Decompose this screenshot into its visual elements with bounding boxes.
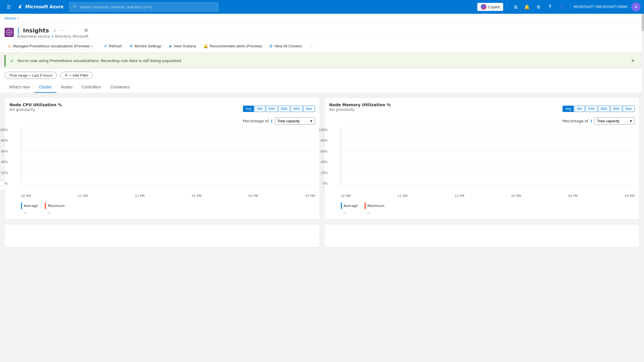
add-filter-button[interactable]: ✛ + Add Filter [60, 72, 93, 79]
search-bar[interactable]: 🔍 [69, 2, 218, 11]
breadcrumb: Home › [0, 14, 644, 23]
refresh-icon: ↺ [104, 44, 107, 48]
view-grafana-button[interactable]: ◈ View Grafana [166, 42, 199, 50]
chart-card-3 [5, 224, 320, 247]
copilot-button[interactable]: Copilot [477, 3, 503, 11]
memory-percentage-label: Percentage of ℹ [563, 119, 592, 123]
memory-95th-button[interactable]: 95th [610, 106, 622, 112]
service-type-label: Kubernetes service [17, 34, 50, 38]
tab-nodes[interactable]: Nodes [56, 82, 77, 93]
favorite-button[interactable]: ☆ [51, 27, 58, 34]
memory-x-axis: 10 AM 11 AM 12 PM 01 PM 02 PM 03 PM [341, 194, 635, 198]
sidebar-toggle[interactable]: › [0, 181, 5, 190]
page-subtitle: Kubernetes service ℹ Directory: Microsof… [17, 34, 88, 38]
grid-line-80 [21, 140, 315, 140]
main-content: Node CPU Utilization % 4m granularity Av… [0, 93, 644, 362]
tab-containers[interactable]: Containers [106, 82, 134, 93]
refresh-button[interactable]: ↺ Refresh [101, 42, 125, 50]
nav-divider-2 [570, 3, 570, 10]
settings-button[interactable]: ⚙ [533, 2, 544, 12]
tab-whats-new[interactable]: What's new [5, 82, 34, 93]
cpu-chart-controls: Node CPU Utilization % 4m granularity Av… [9, 102, 315, 115]
cpu-min-button[interactable]: Min [254, 106, 265, 112]
charts-row: Node CPU Utilization % 4m granularity Av… [5, 98, 639, 220]
notifications-button[interactable]: 🔔 [522, 2, 532, 12]
memory-info-icon: ℹ [591, 119, 592, 123]
dropdown-arrow-icon: ▾ [91, 44, 93, 48]
breadcrumb-separator: › [17, 16, 19, 20]
cpu-90th-button[interactable]: 90th [278, 106, 290, 112]
cpu-maximum-legend: Maximum -- [45, 202, 65, 215]
mem-grid-80 [341, 140, 635, 140]
breadcrumb-home[interactable]: Home [5, 16, 15, 20]
cpu-chart-wrapper: 100% 80% 60% 40% 20% 0% [9, 128, 315, 185]
memory-max-button[interactable]: Max [623, 106, 635, 112]
mem-grid-20 [341, 174, 635, 174]
more-toolbar-button[interactable]: ··· [306, 42, 316, 50]
user-label[interactable]: MICROSOFT (MICROSOFT.ONMI... [574, 5, 630, 9]
help-button[interactable]: ? [545, 2, 555, 12]
more-options-button[interactable]: ··· [60, 27, 66, 34]
alert-close-button[interactable]: ✕ [631, 58, 635, 63]
portal-menu-button[interactable]: ⊞ [510, 2, 521, 12]
scrollbar-track [642, 14, 644, 362]
cpu-avg-button[interactable]: Avg [243, 106, 254, 112]
nav-divider [507, 3, 507, 10]
tabs-bar: What's new Cluster Nodes Controllers Con… [0, 82, 644, 93]
close-button[interactable]: ✕ [84, 27, 88, 34]
page-title: Insights [23, 27, 49, 34]
memory-90th-button[interactable]: 90th [598, 106, 610, 112]
search-icon: 🔍 [73, 5, 77, 9]
memory-chart-granularity: 4m granularity [329, 108, 391, 112]
monitor-settings-button[interactable]: ⚙ Monitor Settings [126, 42, 165, 50]
cpu-max-button[interactable]: Max [303, 106, 315, 112]
memory-chart-card: Node Memory Utilization % 4m granularity… [324, 98, 640, 220]
cpu-capacity-dropdown[interactable]: Total capacity ▾ [275, 117, 315, 125]
scrollbar-thumb[interactable] [642, 14, 644, 31]
feedback-button[interactable]: 👤 [556, 2, 567, 12]
cpu-maximum-color [45, 202, 46, 209]
memory-percentile-buttons: Avg Min 50th 90th 95th Max [563, 106, 635, 112]
cpu-95th-button[interactable]: 95th [291, 106, 302, 112]
grid-line-0 [21, 185, 315, 185]
tab-cluster[interactable]: Cluster [34, 82, 56, 93]
page-header: | Insights ☆ ··· ✕ Kubernetes service ℹ … [0, 23, 644, 40]
nav-right: Copilot ⊞ 🔔 ⚙ ? 👤 MICROSOFT (MICROSOFT.O… [477, 2, 641, 12]
alert-message: You're now using Prometheus visualizatio… [17, 59, 628, 63]
alerts-icon: 🔔 [203, 44, 208, 48]
memory-dropdown-arrow-icon: ▾ [630, 119, 632, 123]
recommended-alerts-button[interactable]: 🔔 Recommended alerts (Preview) [200, 42, 265, 50]
cpu-percentile-buttons: Avg Min 50th 90th 95th Max [243, 106, 315, 112]
time-range-filter[interactable]: Time range = Last 6 hours [5, 72, 57, 79]
mem-grid-100 [341, 128, 635, 128]
hamburger-menu-button[interactable]: ☰ [3, 2, 14, 12]
cpu-average-color [21, 202, 22, 209]
memory-50th-button[interactable]: 50th [585, 106, 597, 112]
k8s-logo-svg [6, 29, 12, 36]
cpu-chart-granularity: 4m granularity [9, 108, 62, 112]
memory-maximum-legend: Maximum -- [365, 202, 384, 215]
top-navigation: ☰ Microsoft Azure 🔍 Copilot ⊞ 🔔 ⚙ ? 👤 [0, 0, 644, 14]
page-title-section: | Insights ☆ ··· ✕ Kubernetes service ℹ … [17, 26, 88, 38]
memory-capacity-dropdown[interactable]: Total capacity ▾ [594, 117, 635, 125]
cpu-chart-title: Node CPU Utilization % [9, 102, 62, 107]
cpu-50th-button[interactable]: 50th [266, 106, 278, 112]
search-input[interactable] [80, 5, 215, 9]
cpu-percentage-label: Percentage of ℹ [243, 119, 273, 123]
avatar[interactable]: A [631, 2, 641, 11]
managed-prometheus-button[interactable]: ⚠ Managed Prometheus visualizations (Pre… [5, 42, 96, 50]
tab-controllers[interactable]: Controllers [77, 82, 106, 93]
memory-avg-button[interactable]: Avg [563, 106, 573, 112]
check-icon: ✓ [10, 58, 14, 64]
cpu-chart-area [21, 128, 315, 185]
grafana-icon: ◈ [169, 44, 172, 48]
memory-legend: Average -- Maximum -- [341, 202, 635, 215]
title-divider: | [17, 26, 20, 34]
cpu-legend: Average -- Maximum -- [21, 202, 315, 215]
view-all-clusters-button[interactable]: ⊞ View All Clusters [266, 42, 305, 50]
memory-min-button[interactable]: Min [574, 106, 585, 112]
cpu-dropdown-arrow-icon: ▾ [310, 119, 312, 123]
settings-icon: ⚙ [129, 44, 133, 48]
memory-chart-title: Node Memory Utilization % [329, 102, 391, 107]
memory-filter-row: Percentage of ℹ Total capacity ▾ [329, 117, 635, 125]
